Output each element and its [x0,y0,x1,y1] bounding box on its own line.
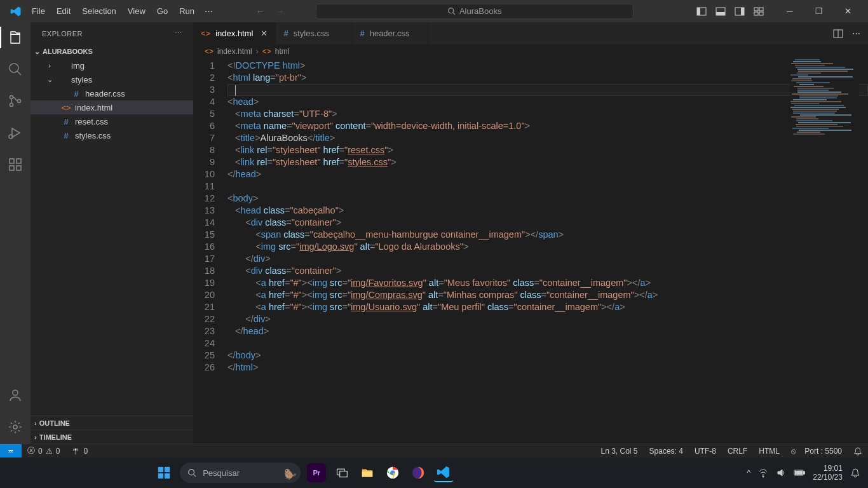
tree-item[interactable]: <>index.html [31,100,193,114]
taskbar-app-explorer[interactable] [358,463,377,482]
tree-item[interactable]: ⌄styles [31,72,193,86]
breadcrumb[interactable]: <> index.html › <> html [193,44,868,58]
svg-rect-22 [17,159,21,163]
taskbar-search-animal-icon: 🦫 [284,468,297,480]
taskbar-app-premiere[interactable]: Pr [307,463,326,482]
explorer-more-icon[interactable]: ⋯ [175,29,182,37]
editor-tab[interactable]: <>index.html✕ [193,22,276,44]
command-center[interactable]: AluraBooks [316,4,634,19]
tree-item[interactable]: #styles.css [31,128,193,142]
activity-settings-icon[interactable] [6,418,24,436]
eol-button[interactable]: CRLF [722,447,753,456]
tray-wifi-icon[interactable] [758,468,768,478]
menu-edit[interactable]: Edit [51,4,76,18]
editor-tab[interactable]: #styles.css [276,22,352,44]
svg-point-23 [13,390,18,395]
activity-sourcecontrol-icon[interactable] [6,92,24,110]
tree-item[interactable]: ›img [31,58,193,72]
activity-account-icon[interactable] [6,386,24,404]
project-header[interactable]: ⌄ ALURABOOKS [31,44,193,58]
svg-rect-42 [804,471,805,474]
search-icon [447,7,456,15]
menu-go[interactable]: Go [152,4,173,18]
taskbar-search[interactable]: Pesquisar 🦫 [180,463,301,483]
notifications-icon[interactable] [848,447,868,456]
outline-section[interactable]: ›OUTLINE [31,416,193,430]
line-numbers: 1234567891011121314151617181920212223242… [193,58,227,444]
svg-point-12 [10,64,18,72]
liveserver-button[interactable]: ⦸ Port : 5500 [785,447,848,456]
svg-point-24 [13,425,17,429]
tray-volume-icon[interactable] [776,468,786,478]
svg-rect-21 [17,166,21,170]
svg-point-32 [189,470,194,475]
minimize-button[interactable]: ─ [775,0,804,22]
menu-run[interactable]: Run [174,4,200,18]
svg-point-15 [10,104,13,107]
layout-customize-icon[interactable] [754,6,764,17]
menu-overflow[interactable]: ⋯ [200,4,218,18]
tree-item[interactable]: #header.css [31,86,193,100]
error-icon: ⓧ [27,445,35,456]
svg-marker-17 [12,128,20,137]
maximize-button[interactable]: ❐ [804,0,834,22]
status-bar: ⓧ0 ⚠0 0 Ln 3, Col 5 Spaces: 4 UTF-8 CRLF… [0,444,868,458]
taskbar-search-placeholder: Pesquisar [203,468,240,478]
start-button[interactable] [154,463,173,482]
menu-selection[interactable]: Selection [77,4,121,18]
cursor-position[interactable]: Ln 3, Col 5 [595,447,644,456]
chevron-right-icon: › [34,419,37,427]
layout-sidebar-left-icon[interactable] [696,6,707,17]
indent-button[interactable]: Spaces: 4 [644,447,689,456]
svg-point-14 [10,96,13,99]
activity-extensions-icon[interactable] [6,156,24,173]
editor-tab[interactable]: #header.css [352,22,428,44]
explorer-title: EXPLORER [42,30,83,37]
tray-chevron-icon[interactable]: ^ [747,468,751,477]
svg-rect-3 [697,8,700,15]
nav-back-icon[interactable]: ← [256,6,264,16]
antenna-icon [71,447,80,456]
breadcrumb-file: index.html [217,47,252,56]
timeline-section[interactable]: ›TIMELINE [31,430,193,444]
menu-file[interactable]: File [27,4,50,18]
svg-line-1 [453,13,455,15]
close-button[interactable]: ✕ [834,0,863,22]
language-button[interactable]: HTML [753,447,785,456]
encoding-button[interactable]: UTF-8 [689,447,722,456]
taskbar-app-vscode[interactable] [434,463,453,482]
taskbar-app-chrome[interactable] [383,463,402,482]
svg-rect-10 [754,12,758,15]
activity-debug-icon[interactable] [6,124,24,142]
minimap[interactable] [789,58,859,135]
remote-button[interactable] [0,444,22,458]
taskbar-clock[interactable]: 19:01 22/10/23 [813,464,843,482]
svg-point-40 [763,476,764,477]
code-editor[interactable]: 1234567891011121314151617181920212223242… [193,58,868,444]
svg-line-13 [17,71,21,75]
svg-point-16 [18,100,21,103]
vscode-logo-icon [10,6,22,17]
tray-battery-icon[interactable] [794,469,805,477]
code-content[interactable]: <!DOCTYPE html><html lang="pt-br"> <head… [227,58,868,444]
split-editor-icon[interactable] [833,29,843,39]
taskbar-app-taskview[interactable] [332,463,351,482]
taskbar-app-firefox[interactable] [409,463,428,482]
tray-notifications-icon[interactable] [850,468,860,478]
svg-rect-35 [340,471,348,477]
tree-item[interactable]: #reset.css [31,114,193,128]
layout-sidebar-right-icon[interactable] [735,6,745,17]
sidebar-header: EXPLORER ⋯ [31,22,193,44]
ports-button[interactable]: 0 [65,444,93,458]
layout-panel-icon[interactable] [715,6,726,17]
nav-forward-icon[interactable]: → [276,6,284,16]
svg-rect-29 [165,467,170,472]
warning-icon: ⚠ [46,447,53,456]
menu-view[interactable]: View [123,4,151,18]
element-icon: <> [262,47,271,56]
activity-explorer-icon[interactable] [6,29,24,46]
close-icon[interactable]: ✕ [261,29,268,38]
tab-more-icon[interactable]: ⋯ [852,29,860,38]
activity-search-icon[interactable] [6,60,24,78]
problems-button[interactable]: ⓧ0 ⚠0 [22,444,65,458]
